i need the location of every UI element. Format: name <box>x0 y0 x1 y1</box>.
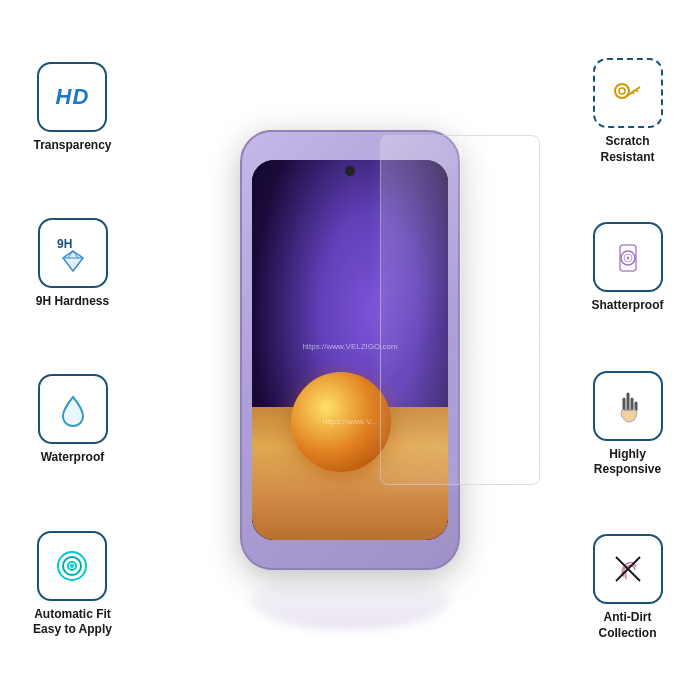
9h-hardness-label: 9H Hardness <box>36 294 109 310</box>
camera-notch <box>345 166 355 176</box>
waterproof-icon-box <box>38 374 108 444</box>
svg-marker-2 <box>63 251 83 271</box>
key-icon <box>608 73 648 113</box>
hd-icon-box: HD <box>37 62 107 132</box>
shatterproof-icon-box <box>593 222 663 292</box>
feature-anti-dirt: Anti-DirtCollection <box>593 534 663 641</box>
feature-highly-responsive: HighlyResponsive <box>593 371 663 478</box>
feature-hd-transparency: HD Transparency <box>33 62 111 154</box>
feature-9h-hardness: 9H 9H Hardness <box>36 218 109 310</box>
feature-auto-fit: Automatic FitEasy to Apply <box>33 531 112 638</box>
svg-point-9 <box>70 564 74 568</box>
svg-point-11 <box>619 88 625 94</box>
phone-body: https://www.VELZIGO.com https://www.V... <box>240 130 460 570</box>
protector-line <box>460 136 461 484</box>
feature-shatterproof: Shatterproof <box>592 222 664 314</box>
hd-transparency-label: Transparency <box>33 138 111 154</box>
fingerprint-cross-icon <box>608 549 648 589</box>
feature-waterproof: Waterproof <box>38 374 108 466</box>
waterproof-label: Waterproof <box>41 450 105 466</box>
9h-icon-box: 9H <box>38 218 108 288</box>
screen-protector <box>380 135 540 485</box>
diamond-icon: 9H <box>53 233 93 273</box>
phone-reflection <box>250 570 450 630</box>
svg-point-10 <box>615 84 629 98</box>
left-features: HD Transparency 9H 9H Hardness <box>0 0 145 700</box>
highly-responsive-label: HighlyResponsive <box>594 447 661 478</box>
auto-fit-label: Automatic FitEasy to Apply <box>33 607 112 638</box>
target-circle-icon <box>52 546 92 586</box>
shatterproof-label: Shatterproof <box>592 298 664 314</box>
water-drop-icon <box>53 389 93 429</box>
right-features: ScratchResistant Shatterproof <box>555 0 700 700</box>
scratch-icon-box <box>593 58 663 128</box>
phone-shield-icon <box>608 237 648 277</box>
anti-dirt-icon-box <box>593 534 663 604</box>
feature-scratch-resistant: ScratchResistant <box>593 58 663 165</box>
auto-fit-icon-box <box>37 531 107 601</box>
hd-icon: HD <box>56 84 90 110</box>
svg-text:9H: 9H <box>57 237 72 251</box>
svg-point-18 <box>626 257 629 260</box>
responsive-icon-box <box>593 371 663 441</box>
center-area: https://www.VELZIGO.com https://www.V... <box>145 0 555 700</box>
main-container: HD Transparency 9H 9H Hardness <box>0 0 700 700</box>
hand-touch-icon <box>608 386 648 426</box>
anti-dirt-label: Anti-DirtCollection <box>598 610 656 641</box>
scratch-resistant-label: ScratchResistant <box>600 134 654 165</box>
